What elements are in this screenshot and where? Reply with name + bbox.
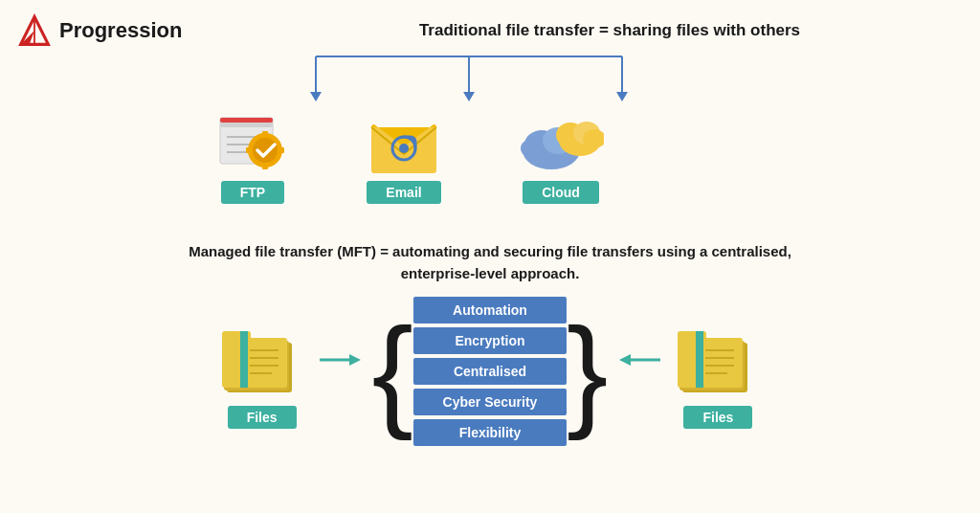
right-files: Files [675,314,761,429]
ftp-item: FTP [215,110,290,204]
logo: Progression [17,13,182,48]
svg-rect-50 [696,331,703,388]
svg-rect-20 [246,147,251,153]
cloud-item: Cloud [518,110,604,204]
bottom-section: Files { AutomationEncryptionCentralisedC… [0,297,980,446]
feature-item-3: Cyber Security [413,389,567,415]
features-section: { AutomationEncryptionCentralisedCyber S… [372,297,609,446]
right-arrow-container [315,346,363,378]
arrow-left-icon [617,346,665,374]
right-brace: } [567,316,608,428]
left-files-label: Files [228,406,297,429]
features-list: AutomationEncryptionCentralisedCyber Sec… [413,297,567,446]
left-arrow-container [617,346,665,378]
svg-marker-43 [349,354,361,366]
svg-marker-5 [310,92,322,101]
svg-rect-37 [240,331,248,388]
left-folder-icon [219,314,305,400]
feature-item-2: Centralised [413,358,567,385]
logo-icon [17,13,52,48]
svg-point-28 [521,139,544,158]
cloud-label: Cloud [523,181,599,204]
logo-text: Progression [59,18,182,43]
right-folder-icon [675,314,761,400]
feature-item-0: Automation [413,297,567,323]
left-brace: { [372,316,413,428]
svg-marker-45 [619,354,631,366]
svg-rect-35 [222,338,287,388]
email-icon [367,110,441,175]
svg-point-24 [399,144,409,153]
svg-rect-18 [262,131,268,136]
traditional-label: Traditional file transfer = sharing file… [419,21,800,39]
feature-item-4: Flexibility [413,419,567,446]
svg-rect-19 [262,165,268,169]
svg-rect-21 [279,147,284,153]
feature-item-1: Encryption [413,327,567,354]
arrow-right-icon [315,346,363,374]
email-label: Email [367,181,440,204]
svg-rect-48 [678,338,743,388]
ftp-label: FTP [221,181,284,204]
cloud-icon [518,110,604,175]
mft-description: Managed file transfer (MFT) = automating… [57,241,923,284]
svg-marker-7 [463,92,475,101]
svg-marker-9 [616,92,628,101]
right-files-label: Files [683,406,752,429]
email-item: Email [367,110,441,204]
svg-rect-15 [220,118,273,123]
left-files: Files [219,314,305,429]
ftp-icon [215,110,290,175]
